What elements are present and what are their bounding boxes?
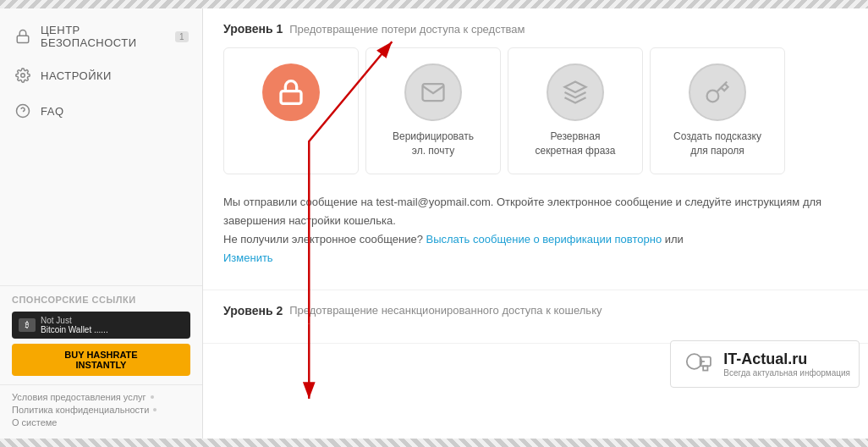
dot-decorator (153, 408, 157, 411)
level2-desc: Предотвращение несанкционированного дост… (289, 304, 602, 317)
level1-header: Уровень 1 Предотвращение потери доступа … (223, 22, 848, 36)
watermark-subtitle: Всегда актуальная информация (723, 368, 850, 378)
message-text2: Не получили электронное сообщение? (223, 233, 423, 246)
zigzag-top-border (0, 0, 868, 8)
footer-link-privacy[interactable]: Политика конфиденциальности (12, 405, 190, 415)
level2-label: Уровень 2 (223, 304, 283, 317)
question-icon (14, 102, 32, 120)
security-card-hint[interactable]: Создать подсказку для пароля (650, 47, 785, 174)
level2-section: Уровень 2 Предотвращение несанкционирова… (203, 290, 868, 344)
svg-point-1 (21, 74, 25, 78)
watermark: IT-Actual.ru Всегда актуальная информаци… (670, 340, 860, 388)
sidebar: ЦЕНТР БЕЗОПАСНОСТИ 1 НАСТРОЙКИ (0, 8, 203, 439)
svg-rect-5 (281, 91, 301, 104)
sidebar-item-faq-label: FAQ (41, 105, 64, 118)
sponsor-ad-dark-text: Not Just Bitcoin Wallet ...... (41, 316, 108, 334)
sponsor-ad-dark[interactable]: ₿ Not Just Bitcoin Wallet ...... (12, 312, 190, 339)
lock-icon (14, 27, 32, 46)
resend-link[interactable]: Выслать сообщение о верификации повторно (426, 233, 662, 246)
security-card-phrase[interactable]: Резервная секретная фраза (508, 47, 643, 174)
footer-links: Условия предоставления услуг Политика ко… (0, 384, 202, 439)
wallet-icon: ₿ (19, 318, 36, 332)
key-circle-icon (689, 63, 746, 121)
security-card-email[interactable]: Верифицировать эл. почту (365, 47, 501, 174)
message-text1: Мы отправили сообщение на test-mail@yopm… (223, 196, 821, 227)
footer-link-about[interactable]: О системе (12, 417, 190, 428)
sidebar-item-security-label: ЦЕНТР БЕЗОПАСНОСТИ (41, 24, 170, 49)
footer-link-terms[interactable]: Условия предоставления услуг (12, 392, 190, 402)
svg-rect-0 (17, 36, 29, 42)
sidebar-item-security[interactable]: ЦЕНТР БЕЗОПАСНОСТИ 1 (0, 15, 202, 58)
sidebar-item-settings-label: НАСТРОЙКИ (41, 69, 112, 82)
message-or: или (665, 233, 684, 246)
svg-rect-8 (703, 366, 707, 370)
level1-desc: Предотвращение потери доступа к средства… (289, 23, 525, 36)
sponsor-ad-orange[interactable]: BUY HASHRATE INSTANTLY (12, 344, 190, 376)
security-cards: Верифицировать эл. почту Резервная секре… (223, 47, 848, 174)
sidebar-nav: ЦЕНТР БЕЗОПАСНОСТИ 1 НАСТРОЙКИ (0, 15, 202, 285)
gear-icon (14, 66, 32, 85)
sponsor-section: СПОНСОРСКИЕ ССЫЛКИ ₿ Not Just Bitcoin Wa… (0, 285, 202, 384)
message-area: Мы отправили сообщение на test-mail@yopm… (223, 190, 848, 276)
sidebar-badge: 1 (175, 31, 189, 42)
main-content: Уровень 1 Предотвращение потери доступа … (203, 8, 868, 439)
lock-circle-icon (262, 63, 320, 121)
email-circle-icon (404, 63, 462, 121)
watermark-text: IT-Actual.ru Всегда актуальная информаци… (723, 350, 850, 378)
level1-section: Уровень 1 Предотвращение потери доступа … (203, 8, 868, 290)
zigzag-bottom-border (0, 439, 868, 447)
security-card-lock[interactable] (223, 47, 359, 174)
watermark-icon (679, 346, 717, 382)
level1-label: Уровень 1 (223, 22, 283, 36)
dot-decorator (151, 395, 154, 399)
sidebar-item-faq[interactable]: FAQ (0, 93, 202, 129)
watermark-title: IT-Actual.ru (723, 350, 850, 368)
phrase-circle-icon (547, 63, 604, 121)
sponsor-label: СПОНСОРСКИЕ ССЫЛКИ (12, 295, 190, 305)
email-card-label: Верифицировать эл. почту (376, 130, 490, 158)
hint-card-label: Создать подсказку для пароля (661, 130, 774, 158)
phrase-card-label: Резервная секретная фраза (519, 130, 632, 158)
level2-header: Уровень 2 Предотвращение несанкционирова… (223, 304, 848, 317)
sidebar-item-settings[interactable]: НАСТРОЙКИ (0, 58, 202, 93)
change-link[interactable]: Изменить (223, 251, 273, 264)
